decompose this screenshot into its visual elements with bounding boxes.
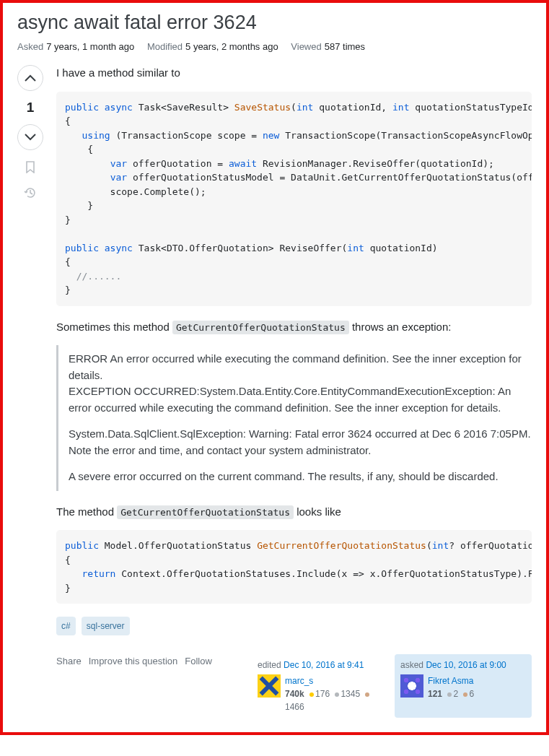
asked-label: Asked bbox=[17, 41, 43, 52]
error-text-1: ERROR An error occurred while executing … bbox=[69, 351, 532, 416]
avatar[interactable] bbox=[400, 674, 423, 698]
chevron-up-icon bbox=[25, 74, 36, 82]
modified-value: 5 years, 2 months ago bbox=[185, 41, 278, 52]
editor-name[interactable]: marc_s bbox=[285, 674, 371, 687]
asker-rep: 121 2 6 bbox=[428, 687, 474, 700]
error-blockquote: ERROR An error occurred while executing … bbox=[56, 345, 532, 491]
intro-text: I have a method similar to bbox=[56, 65, 532, 82]
follow-link[interactable]: Follow bbox=[185, 654, 212, 669]
inline-code: GetCurrentOfferQuotationStatus bbox=[172, 321, 349, 334]
modified-label: Modified bbox=[147, 41, 183, 52]
vote-count: 1 bbox=[27, 100, 35, 116]
history-icon bbox=[24, 186, 37, 199]
improve-link[interactable]: Improve this question bbox=[89, 654, 178, 669]
error-text-2: System.Data.SqlClient.SqlException: Warn… bbox=[69, 426, 532, 459]
vote-column: 1 bbox=[17, 65, 43, 718]
asked-value: 7 years, 1 month ago bbox=[46, 41, 134, 52]
bronze-badge-icon bbox=[463, 692, 467, 697]
editor-rep: 740k 176 1345 1466 bbox=[285, 687, 371, 713]
downvote-button[interactable] bbox=[17, 124, 43, 150]
viewed-value: 587 times bbox=[325, 41, 365, 52]
bookmark-icon bbox=[24, 160, 37, 173]
asked-timestamp[interactable]: Dec 10, 2016 at 9:00 bbox=[426, 660, 506, 670]
chevron-down-icon bbox=[25, 134, 36, 141]
share-link[interactable]: Share bbox=[56, 654, 82, 669]
viewed-label: Viewed bbox=[291, 41, 321, 52]
bookmark-button[interactable] bbox=[24, 160, 37, 176]
silver-badge-icon bbox=[447, 692, 452, 697]
error-text-3: A severe error occurred on the current c… bbox=[69, 469, 532, 485]
silver-badge-icon bbox=[335, 692, 339, 697]
post-actions: Share Improve this question Follow bbox=[56, 654, 212, 669]
gold-badge-icon bbox=[309, 692, 314, 697]
tag-csharp[interactable]: c# bbox=[56, 617, 76, 635]
tag-sqlserver[interactable]: sql-server bbox=[82, 617, 130, 635]
editor-card: edited Dec 10, 2016 at 9:41 marc_s 740k … bbox=[252, 654, 389, 718]
code-block-1: public async Task<SaveResult> SaveStatus… bbox=[56, 92, 532, 306]
paragraph-3: The method GetCurrentOfferQuotationStatu… bbox=[56, 504, 532, 521]
question-stats: Asked7 years, 1 month ago Modified5 year… bbox=[17, 41, 532, 52]
inline-code: GetCurrentOfferQuotationStatus bbox=[117, 505, 294, 519]
paragraph-2: Sometimes this method GetCurrentOfferQuo… bbox=[56, 319, 532, 336]
page-title: async await fatal error 3624 bbox=[17, 12, 532, 34]
history-button[interactable] bbox=[24, 186, 37, 202]
code-block-2: public Model.OfferQuotationStatus GetCur… bbox=[56, 530, 532, 604]
upvote-button[interactable] bbox=[17, 65, 43, 91]
post-body: I have a method similar to public async … bbox=[56, 65, 532, 718]
asker-name[interactable]: Fikret Asma bbox=[428, 674, 474, 687]
edit-timestamp[interactable]: Dec 10, 2016 at 9:41 bbox=[284, 660, 364, 670]
asker-card: asked Dec 10, 2016 at 9:00 Fikret Asma 1… bbox=[395, 654, 532, 718]
avatar[interactable] bbox=[258, 674, 281, 698]
bronze-badge-icon bbox=[365, 692, 369, 697]
tag-list: c# sql-server bbox=[56, 617, 532, 635]
